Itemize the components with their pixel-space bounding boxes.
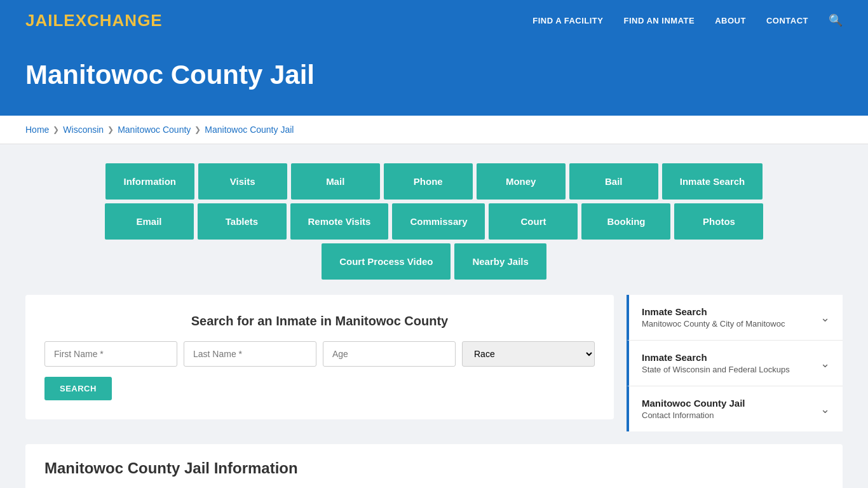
btn-photos[interactable]: Photos xyxy=(674,203,763,240)
chevron-down-icon-2: ⌄ xyxy=(820,402,830,416)
nav-find-inmate[interactable]: FIND AN INMATE xyxy=(623,16,695,25)
search-button[interactable]: SEARCH xyxy=(44,377,112,400)
btn-inmate-search[interactable]: Inmate Search xyxy=(662,163,763,200)
btn-booking[interactable]: Booking xyxy=(581,203,670,240)
breadcrumb-sep-1: ❯ xyxy=(53,125,59,134)
content-row: Search for an Inmate in Manitowoc County… xyxy=(25,295,843,431)
btn-tablets[interactable]: Tablets xyxy=(198,203,287,240)
chevron-down-icon-0: ⌄ xyxy=(820,311,830,325)
btn-money[interactable]: Money xyxy=(477,163,566,200)
btn-email[interactable]: Email xyxy=(105,203,194,240)
btn-court[interactable]: Court xyxy=(489,203,578,240)
sidebar-item-inmate-search-manitowoc[interactable]: Inmate Search Manitowoc County & City of… xyxy=(627,295,843,341)
breadcrumb-home[interactable]: Home xyxy=(25,125,49,135)
age-input[interactable] xyxy=(323,341,456,367)
jail-info-section: Manitowoc County Jail Information xyxy=(25,444,843,488)
sidebar-item-contact-info[interactable]: Manitowoc County Jail Contact Informatio… xyxy=(627,386,843,431)
search-heading: Search for an Inmate in Manitowoc County xyxy=(44,314,595,329)
nav-about[interactable]: ABOUT xyxy=(715,16,746,25)
search-fields: Race White Black Hispanic Asian Other xyxy=(44,341,595,367)
search-icon[interactable]: 🔍 xyxy=(829,13,843,27)
last-name-input[interactable] xyxy=(184,341,316,367)
sidebar-title-0: Inmate Search xyxy=(642,306,785,317)
hero-section: Manitowoc County Jail xyxy=(0,41,868,116)
logo-exchange: EXCHANGE xyxy=(64,11,162,30)
breadcrumb-manitowoc-county[interactable]: Manitowoc County xyxy=(118,125,191,135)
sidebar-title-2: Manitowoc County Jail xyxy=(642,398,745,409)
btn-nearby-jails[interactable]: Nearby Jails xyxy=(454,243,546,280)
nav-find-facility[interactable]: FIND A FACILITY xyxy=(532,16,603,25)
nav-links: FIND A FACILITY FIND AN INMATE ABOUT CON… xyxy=(532,13,843,27)
jail-info-heading: Manitowoc County Jail Information xyxy=(44,459,824,477)
logo-jail: JAIL xyxy=(25,11,64,30)
breadcrumb: Home ❯ Wisconsin ❯ Manitowoc County ❯ Ma… xyxy=(0,116,868,144)
button-row-3: Court Process Video Nearby Jails xyxy=(25,243,843,280)
btn-mail[interactable]: Mail xyxy=(291,163,380,200)
chevron-down-icon-1: ⌄ xyxy=(820,356,830,370)
main-content: Information Visits Mail Phone Money Bail… xyxy=(0,144,868,488)
breadcrumb-wisconsin[interactable]: Wisconsin xyxy=(63,125,104,135)
breadcrumb-sep-2: ❯ xyxy=(107,125,114,134)
site-logo[interactable]: JAILEXCHANGE xyxy=(25,11,163,30)
race-select[interactable]: Race White Black Hispanic Asian Other xyxy=(462,341,595,367)
sidebar-title-1: Inmate Search xyxy=(642,352,790,363)
button-row-1: Information Visits Mail Phone Money Bail… xyxy=(25,163,843,200)
btn-remote-visits[interactable]: Remote Visits xyxy=(290,203,389,240)
btn-bail[interactable]: Bail xyxy=(569,163,658,200)
sidebar: Inmate Search Manitowoc County & City of… xyxy=(627,295,843,431)
first-name-input[interactable] xyxy=(44,341,177,367)
btn-phone[interactable]: Phone xyxy=(384,163,473,200)
page-title: Manitowoc County Jail xyxy=(25,60,843,90)
sidebar-sub-1: State of Wisconsin and Federal Lockups xyxy=(642,365,790,374)
btn-court-process-video[interactable]: Court Process Video xyxy=(322,243,451,280)
breadcrumb-sep-3: ❯ xyxy=(194,125,201,134)
navbar: JAILEXCHANGE FIND A FACILITY FIND AN INM… xyxy=(0,0,868,41)
btn-visits[interactable]: Visits xyxy=(198,163,287,200)
breadcrumb-manitowoc-county-jail[interactable]: Manitowoc County Jail xyxy=(205,125,294,135)
btn-commissary[interactable]: Commissary xyxy=(392,203,485,240)
button-row-2: Email Tablets Remote Visits Commissary C… xyxy=(25,203,843,240)
sidebar-item-inmate-search-wisconsin[interactable]: Inmate Search State of Wisconsin and Fed… xyxy=(627,341,843,386)
btn-information[interactable]: Information xyxy=(105,163,194,200)
sidebar-sub-2: Contact Information xyxy=(642,410,745,420)
sidebar-sub-0: Manitowoc County & City of Manitowoc xyxy=(642,319,785,329)
nav-contact[interactable]: CONTACT xyxy=(766,16,808,25)
inmate-search-box: Search for an Inmate in Manitowoc County… xyxy=(25,295,614,419)
